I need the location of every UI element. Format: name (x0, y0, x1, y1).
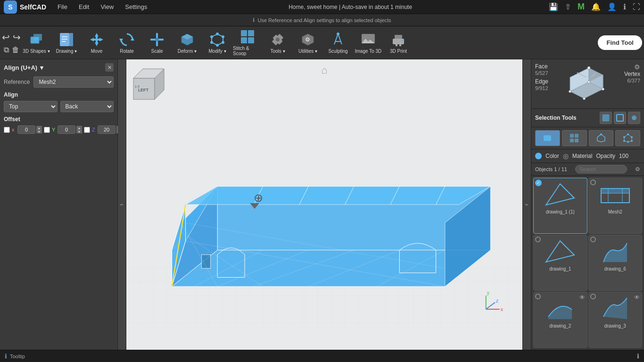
objects-settings-icon[interactable]: ⚙ (635, 166, 640, 173)
tool-tools[interactable]: Tools ▾ (263, 28, 292, 58)
undo-button[interactable]: ↩ (2, 32, 10, 43)
offset-x-field: x ▲ ▼ (12, 125, 42, 134)
menu-file[interactable]: File (53, 1, 72, 12)
tool-modify[interactable]: Modify ▾ (203, 28, 232, 58)
tool-scale[interactable]: Scale (142, 28, 172, 58)
fullscreen-icon[interactable]: ⛶ (633, 3, 640, 11)
viewport-nav-arrows: ⌂ (321, 64, 327, 76)
reference-select[interactable]: Mesh2 (33, 76, 114, 88)
panel-dropdown-icon[interactable]: ▾ (40, 64, 43, 71)
collapse-right-button[interactable]: › (522, 59, 531, 350)
offset-y-input[interactable] (58, 125, 75, 134)
svg-point-24 (276, 38, 280, 41)
color-swatch[interactable] (535, 153, 542, 159)
offset-y-up[interactable]: ▲ (76, 126, 82, 130)
object-card-extra2[interactable]: 👁 drawing_3 (588, 292, 643, 348)
offset-x-input[interactable] (17, 125, 35, 134)
select-face-button[interactable] (600, 112, 612, 124)
select-vertex-button[interactable] (628, 112, 640, 124)
tool-rotate[interactable]: Rotate (112, 28, 141, 58)
nav-cube: LEFT 1 0 (131, 64, 173, 107)
redo-button[interactable]: ↪ (13, 32, 21, 43)
3d-shapes-icon (29, 32, 44, 47)
material-label[interactable]: Material (572, 153, 593, 159)
status-help-icon[interactable]: ℹ (637, 353, 639, 360)
svg-rect-85 (617, 115, 623, 121)
offset-z-input[interactable] (98, 125, 116, 134)
menu-settings[interactable]: Settings (120, 1, 152, 12)
view-wireframe-button[interactable] (589, 130, 614, 146)
object-card-drawing1[interactable]: ✓ drawing_1 (1) (533, 178, 587, 234)
offset-y-spin: ▲ ▼ (76, 126, 82, 133)
object-visible-icon-2[interactable]: 👁 (634, 294, 640, 301)
user-icon[interactable]: 👤 (607, 2, 617, 11)
svg-rect-22 (241, 37, 247, 43)
view-point-button[interactable] (615, 130, 640, 146)
view-solid-button[interactable] (535, 130, 560, 146)
info-bar: ℹ Use Reference and Align settings to al… (0, 14, 644, 26)
offset-y-down[interactable]: ▼ (76, 130, 82, 133)
align-x-select[interactable]: Top (4, 101, 58, 112)
material-icon[interactable]: ◎ (563, 152, 569, 160)
object-card-extra1[interactable]: 👁 drawing_2 (533, 292, 587, 348)
tool-image-to-3d[interactable]: Image To 3D (354, 28, 383, 58)
tool-utilities[interactable]: ⚙ Utilities ▾ (293, 28, 322, 58)
svg-point-80 (569, 90, 571, 93)
svg-rect-3 (60, 33, 69, 46)
object-name-drawing1-2: drawing_1 (536, 266, 585, 272)
modify-icon (210, 32, 225, 47)
offset-y-checkbox[interactable] (44, 127, 50, 133)
offset-z-label: Z (92, 127, 97, 132)
save-icon[interactable]: 💾 (549, 2, 558, 11)
info-icon[interactable]: ℹ (623, 2, 626, 11)
offset-row: x ▲ ▼ Y ▲ ▼ (4, 125, 114, 134)
offset-x-up[interactable]: ▲ (36, 126, 42, 130)
tool-deform[interactable]: Deform ▾ (173, 28, 202, 58)
tool-stitch-scoop[interactable]: Stitch & Scoop (233, 28, 262, 58)
object-card-drawing6[interactable]: drawing_6 (588, 235, 643, 291)
menu-edit[interactable]: Edit (74, 1, 94, 12)
view-grid-button[interactable] (562, 130, 587, 146)
logo-area: S SelfCAD (4, 0, 46, 14)
mesh-info-section: Face 5/527 Edge 9/912 (531, 59, 644, 109)
offset-z-checkbox[interactable] (84, 127, 90, 133)
share-icon[interactable]: ⇧ (565, 2, 571, 11)
bell-icon[interactable]: 🔔 (591, 2, 601, 11)
svg-marker-10 (119, 39, 123, 42)
svg-rect-88 (570, 134, 574, 138)
pan-icon[interactable]: ⊕ (254, 191, 263, 205)
collapse-left-button[interactable]: ‹ (118, 59, 126, 350)
edge-value: 9/912 (535, 85, 548, 91)
object-name-extra2: drawing_3 (591, 323, 640, 329)
menu-view[interactable]: View (96, 1, 118, 12)
select-edge-button[interactable] (614, 112, 626, 124)
offset-x-checkbox[interactable] (4, 127, 10, 133)
tool-3d-shapes[interactable]: 3D Shapes ▾ (22, 28, 51, 58)
delete-button[interactable]: 🗑 (12, 46, 19, 54)
offset-x-label: x (12, 127, 17, 132)
tool-sculpting[interactable]: Sculpting (323, 28, 353, 58)
copy-button[interactable]: ⧉ (4, 46, 9, 54)
tool-3d-print[interactable]: 3D Print (384, 28, 413, 58)
viewport[interactable]: LEFT 1 0 ⌂ ⊕ (126, 59, 522, 350)
object-thumb-drawing6 (591, 237, 640, 265)
offset-x-down[interactable]: ▼ (36, 130, 42, 133)
settings-gear[interactable]: ⚙ (634, 63, 640, 71)
object-card-drawing1-2[interactable]: drawing_1 (533, 235, 587, 291)
object-visible-icon-1[interactable]: 👁 (579, 294, 585, 301)
color-label[interactable]: Color (545, 153, 559, 159)
pan-down-arrow[interactable] (250, 203, 259, 210)
nav-cube-container[interactable]: LEFT 1 0 (131, 64, 173, 108)
objects-search[interactable] (575, 165, 627, 173)
find-tool-button[interactable]: Find Tool (598, 35, 642, 50)
panel-close-button[interactable]: ✕ (105, 63, 114, 72)
m-icon[interactable]: M (578, 2, 585, 12)
tool-drawing[interactable]: Drawing ▾ (52, 28, 81, 58)
objects-grid: ✓ drawing_1 (1) (531, 176, 644, 350)
object-card-mesh2[interactable]: Mesh2 (588, 178, 643, 234)
nav-home-button[interactable]: ⌂ (321, 64, 327, 76)
svg-point-97 (623, 140, 625, 142)
svg-text:y: y (487, 290, 490, 296)
align-y-select[interactable]: Back (60, 101, 114, 112)
tool-move[interactable]: Move (82, 28, 111, 58)
